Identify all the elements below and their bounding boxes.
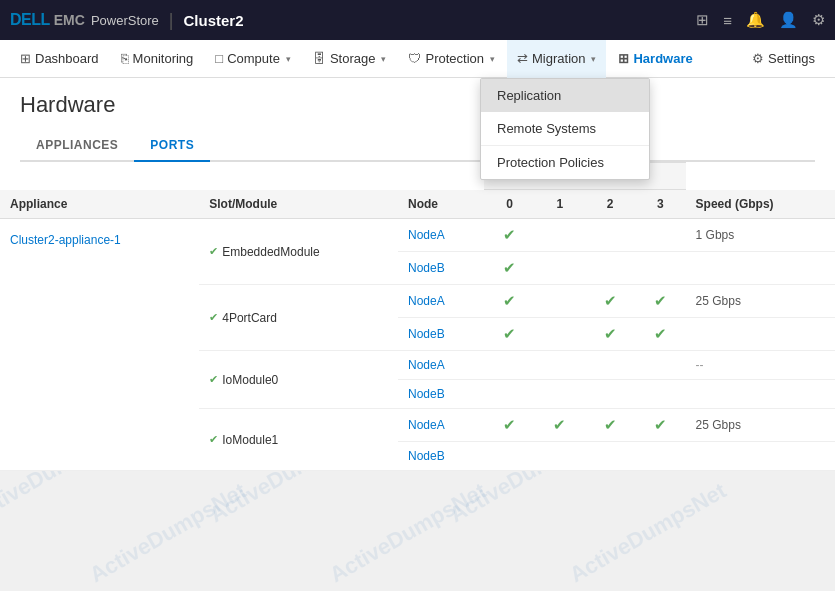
port-col-3 bbox=[635, 380, 685, 409]
col-3: 3 bbox=[635, 190, 685, 219]
nav-monitoring[interactable]: ⎘ Monitoring bbox=[111, 40, 204, 78]
speed-cell: 25 Gbps bbox=[686, 409, 835, 442]
port-col-2: ✔ bbox=[585, 318, 635, 351]
speed-cell bbox=[686, 318, 835, 351]
module-name: IoModule0 bbox=[222, 373, 278, 387]
table-area: Health of Ports Appliance Slot/Module No… bbox=[0, 162, 835, 471]
port-check-icon: ✔ bbox=[553, 416, 566, 433]
nav-bar: ⊞ Dashboard ⎘ Monitoring □ Compute ▾ 🗄 S… bbox=[0, 40, 835, 78]
module-cell: ✔EmbeddedModule bbox=[199, 219, 398, 285]
page-header: Hardware APPLIANCES PORTS bbox=[0, 78, 835, 162]
port-col-1 bbox=[535, 285, 585, 318]
module-cell: ✔4PortCard bbox=[199, 285, 398, 351]
port-col-1: ✔ bbox=[535, 409, 585, 442]
port-check-icon: ✔ bbox=[604, 416, 617, 433]
port-check-icon: ✔ bbox=[503, 325, 516, 342]
nav-hardware[interactable]: ⊞ Hardware bbox=[608, 40, 702, 78]
hardware-icon: ⊞ bbox=[618, 51, 629, 66]
port-col-0: ✔ bbox=[484, 219, 534, 252]
port-col-1 bbox=[535, 219, 585, 252]
col-appliance: Appliance bbox=[0, 190, 199, 219]
port-col-1 bbox=[535, 351, 585, 380]
nav-migration-label: Migration bbox=[532, 51, 585, 66]
bell-icon[interactable]: 🔔 bbox=[746, 11, 765, 29]
speed-cell bbox=[686, 252, 835, 285]
port-col-0 bbox=[484, 380, 534, 409]
col-node: Node bbox=[398, 190, 484, 219]
module-name: 4PortCard bbox=[222, 311, 277, 325]
page-content: Hardware APPLIANCES PORTS Health of Port… bbox=[0, 78, 835, 471]
nav-storage[interactable]: 🗄 Storage ▾ bbox=[303, 40, 397, 78]
appliance-cell[interactable]: Cluster2-appliance-1 bbox=[0, 219, 199, 471]
port-col-2: ✔ bbox=[585, 409, 635, 442]
brand: DELLEMC PowerStore | Cluster2 bbox=[10, 10, 244, 31]
brand-dell: DELL bbox=[10, 11, 50, 29]
module-cell: ✔IoModule0 bbox=[199, 351, 398, 409]
node-cell[interactable]: NodeB bbox=[398, 252, 484, 285]
protection-policies-label: Protection Policies bbox=[497, 155, 604, 170]
top-bar: DELLEMC PowerStore | Cluster2 ⊞ ≡ 🔔 👤 ⚙ bbox=[0, 0, 835, 40]
col-speed: Speed (Gbps) bbox=[686, 190, 835, 219]
col-1: 1 bbox=[535, 190, 585, 219]
col-slot-module: Slot/Module bbox=[199, 190, 398, 219]
brand-powerstore: PowerStore bbox=[91, 13, 159, 28]
port-col-3 bbox=[635, 351, 685, 380]
node-cell[interactable]: NodeA bbox=[398, 409, 484, 442]
speed-cell bbox=[686, 442, 835, 471]
migration-dropdown: Replication Remote Systems Protection Po… bbox=[480, 78, 650, 180]
table-row: Cluster2-appliance-1✔EmbeddedModuleNodeA… bbox=[0, 219, 835, 252]
nav-settings-icon: ⚙ bbox=[752, 51, 764, 66]
list-icon[interactable]: ≡ bbox=[723, 12, 732, 29]
speed-cell: 1 Gbps bbox=[686, 219, 835, 252]
dropdown-protection-policies[interactable]: Protection Policies bbox=[481, 146, 649, 179]
nav-protection[interactable]: 🛡 Protection ▾ bbox=[398, 40, 505, 78]
node-cell[interactable]: NodeB bbox=[398, 318, 484, 351]
port-check-icon: ✔ bbox=[654, 292, 667, 309]
nav-migration[interactable]: ⇄ Migration ▾ bbox=[507, 40, 606, 78]
port-col-0: ✔ bbox=[484, 409, 534, 442]
port-check-icon: ✔ bbox=[604, 292, 617, 309]
node-cell[interactable]: NodeA bbox=[398, 351, 484, 380]
port-col-3: ✔ bbox=[635, 285, 685, 318]
node-cell[interactable]: NodeA bbox=[398, 219, 484, 252]
col-0: 0 bbox=[484, 190, 534, 219]
port-col-1 bbox=[535, 252, 585, 285]
tab-appliances[interactable]: APPLIANCES bbox=[20, 130, 134, 162]
settings-icon[interactable]: ⚙ bbox=[812, 11, 825, 29]
brand-cluster: Cluster2 bbox=[184, 12, 244, 29]
port-check-icon: ✔ bbox=[604, 325, 617, 342]
grid-icon[interactable]: ⊞ bbox=[696, 11, 709, 29]
speed-cell bbox=[686, 380, 835, 409]
dropdown-remote-systems[interactable]: Remote Systems bbox=[481, 112, 649, 145]
nav-settings[interactable]: ⚙ Settings bbox=[742, 40, 825, 78]
tab-ports[interactable]: PORTS bbox=[134, 130, 210, 162]
top-bar-icons: ⊞ ≡ 🔔 👤 ⚙ bbox=[696, 11, 825, 29]
module-cell: ✔IoModule1 bbox=[199, 409, 398, 471]
dashboard-icon: ⊞ bbox=[20, 51, 31, 66]
brand-emc: EMC bbox=[54, 12, 85, 28]
port-col-1 bbox=[535, 318, 585, 351]
module-check-icon: ✔ bbox=[209, 433, 218, 446]
port-check-icon: ✔ bbox=[503, 259, 516, 276]
nav-storage-label: Storage bbox=[330, 51, 376, 66]
node-cell[interactable]: NodeA bbox=[398, 285, 484, 318]
migration-caret: ▾ bbox=[591, 54, 596, 64]
dropdown-replication[interactable]: Replication bbox=[481, 79, 649, 112]
nav-hardware-label: Hardware bbox=[633, 51, 692, 66]
port-col-3 bbox=[635, 252, 685, 285]
migration-icon: ⇄ bbox=[517, 51, 528, 66]
node-cell[interactable]: NodeB bbox=[398, 380, 484, 409]
nav-compute[interactable]: □ Compute ▾ bbox=[205, 40, 301, 78]
port-check-icon: ✔ bbox=[654, 416, 667, 433]
nav-dashboard[interactable]: ⊞ Dashboard bbox=[10, 40, 109, 78]
module-check-icon: ✔ bbox=[209, 373, 218, 386]
node-cell[interactable]: NodeB bbox=[398, 442, 484, 471]
brand-divider: | bbox=[169, 10, 174, 31]
storage-icon: 🗄 bbox=[313, 51, 326, 66]
user-icon[interactable]: 👤 bbox=[779, 11, 798, 29]
port-check-icon: ✔ bbox=[503, 416, 516, 433]
replication-label: Replication bbox=[497, 88, 561, 103]
module-name: EmbeddedModule bbox=[222, 245, 319, 259]
port-check-icon: ✔ bbox=[503, 226, 516, 243]
tabs: APPLIANCES PORTS bbox=[20, 130, 815, 162]
